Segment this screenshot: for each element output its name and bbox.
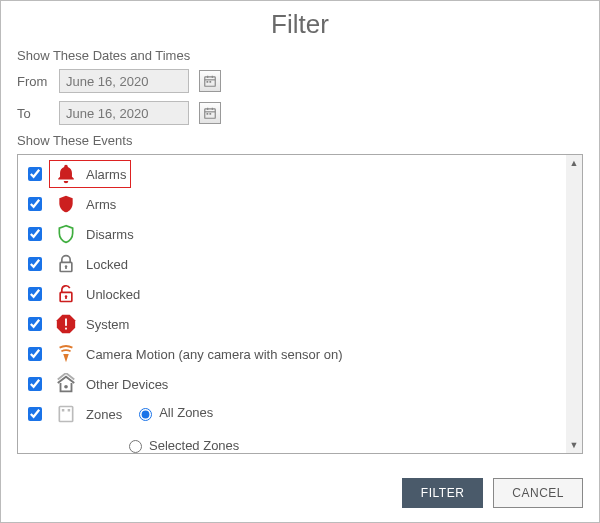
event-checkbox-unlocked[interactable] xyxy=(28,287,42,301)
event-row-disarms: Disarms xyxy=(26,219,558,249)
filter-button[interactable]: FILTER xyxy=(402,478,483,508)
event-label-disarms: Disarms xyxy=(86,227,134,242)
events-list: Alarms Arms Disarms xyxy=(17,154,583,454)
zone-radio-selected-zones-row: Selected Zones xyxy=(124,437,558,453)
event-checkbox-camera-motion[interactable] xyxy=(28,347,42,361)
event-checkbox-alarms[interactable] xyxy=(28,167,42,181)
cancel-button[interactable]: CANCEL xyxy=(493,478,583,508)
event-checkbox-zones[interactable] xyxy=(28,407,42,421)
filter-dialog: Filter Show These Dates and Times From T… xyxy=(0,0,600,523)
event-row-alarms: Alarms xyxy=(26,159,558,189)
shield-filled-icon xyxy=(52,193,80,215)
motion-sensor-icon xyxy=(52,343,80,365)
event-checkbox-arms[interactable] xyxy=(28,197,42,211)
shield-outline-icon xyxy=(52,223,80,245)
event-label-arms: Arms xyxy=(86,197,116,212)
zone-radio-selected-zones-label[interactable]: Selected Zones xyxy=(124,437,239,453)
home-device-icon xyxy=(52,373,80,395)
dates-section-label: Show These Dates and Times xyxy=(17,48,583,63)
to-date-input[interactable] xyxy=(59,101,189,125)
svg-rect-10 xyxy=(207,113,209,115)
event-label-zones: Zones xyxy=(86,407,122,422)
svg-point-21 xyxy=(64,385,68,389)
calendar-icon xyxy=(203,106,217,120)
scroll-up-arrow-icon[interactable]: ▲ xyxy=(566,155,582,171)
svg-rect-22 xyxy=(59,407,72,422)
bell-icon xyxy=(52,163,80,185)
svg-rect-23 xyxy=(62,409,65,412)
events-scrollbar[interactable]: ▲ ▼ xyxy=(566,155,582,453)
to-label: To xyxy=(17,106,59,121)
zone-radio-selected-zones[interactable] xyxy=(129,440,142,453)
event-label-unlocked: Unlocked xyxy=(86,287,140,302)
lock-closed-icon xyxy=(52,253,80,275)
calendar-icon xyxy=(203,74,217,88)
from-date-row: From xyxy=(17,69,583,93)
scroll-down-arrow-icon[interactable]: ▼ xyxy=(566,437,582,453)
zones-icon xyxy=(52,403,80,425)
event-label-other-devices: Other Devices xyxy=(86,377,168,392)
event-label-system: System xyxy=(86,317,129,332)
from-label: From xyxy=(17,74,59,89)
alert-octagon-icon xyxy=(52,313,80,335)
events-section-label: Show These Events xyxy=(17,133,583,148)
event-label-locked: Locked xyxy=(86,257,128,272)
event-row-camera-motion: Camera Motion (any camera with sensor on… xyxy=(26,339,558,369)
svg-rect-24 xyxy=(68,409,71,412)
svg-rect-4 xyxy=(207,81,209,83)
zone-radio-all-zones-label[interactable]: All Zones xyxy=(134,405,213,421)
lock-open-icon xyxy=(52,283,80,305)
event-checkbox-disarms[interactable] xyxy=(28,227,42,241)
svg-rect-5 xyxy=(209,81,211,83)
event-checkbox-other-devices[interactable] xyxy=(28,377,42,391)
to-date-row: To xyxy=(17,101,583,125)
dialog-title: Filter xyxy=(17,9,583,40)
event-checkbox-system[interactable] xyxy=(28,317,42,331)
event-label-alarms: Alarms xyxy=(86,167,126,182)
from-date-picker-button[interactable] xyxy=(199,70,221,92)
event-label-camera-motion: Camera Motion (any camera with sensor on… xyxy=(86,347,343,362)
event-row-other-devices: Other Devices xyxy=(26,369,558,399)
event-row-locked: Locked xyxy=(26,249,558,279)
event-checkbox-locked[interactable] xyxy=(28,257,42,271)
event-row-arms: Arms xyxy=(26,189,558,219)
event-row-unlocked: Unlocked xyxy=(26,279,558,309)
zone-radio-all-zones[interactable] xyxy=(139,408,152,421)
svg-rect-20 xyxy=(65,328,67,330)
to-date-picker-button[interactable] xyxy=(199,102,221,124)
event-row-zones: Zones All Zones xyxy=(26,399,558,429)
event-row-system: System xyxy=(26,309,558,339)
from-date-input[interactable] xyxy=(59,69,189,93)
svg-rect-19 xyxy=(65,319,67,326)
svg-rect-11 xyxy=(209,113,211,115)
